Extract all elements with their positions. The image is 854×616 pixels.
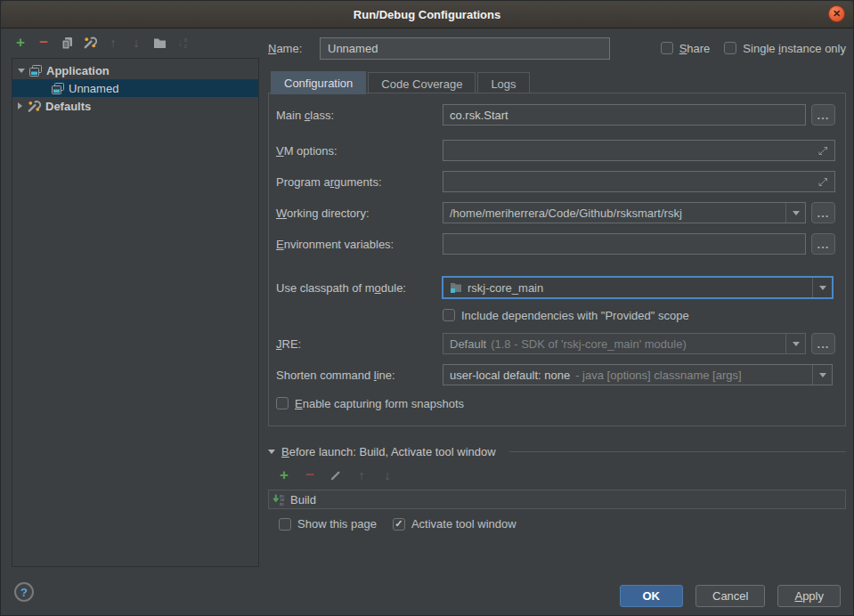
pencil-icon (329, 469, 342, 482)
main-class-row: Main class: co.rsk.Start ... (276, 103, 835, 126)
arrow-down-icon: ↓ (385, 468, 391, 482)
dropdown-button[interactable] (812, 365, 832, 385)
close-button[interactable]: ✕ (828, 5, 845, 22)
vm-options-field[interactable] (443, 140, 835, 161)
shorten-command-line-combo[interactable]: user-local default: none- java [options]… (443, 364, 833, 385)
tree-item-application[interactable]: Application (12, 61, 258, 79)
configurations-toolbar: + − ↑ ↓ ↓az (13, 35, 190, 51)
chevron-down-icon[interactable] (268, 450, 275, 454)
configuration-panel: Main class: co.rsk.Start ... VM options:… (268, 93, 846, 426)
remove-task-button[interactable]: − (303, 468, 317, 482)
main-class-browse-button[interactable]: ... (811, 104, 835, 126)
dialog-buttons: OK Cancel Apply (620, 585, 842, 607)
dropdown-button[interactable] (785, 334, 805, 353)
program-arguments-field[interactable] (443, 171, 835, 192)
help-button[interactable]: ? (14, 582, 34, 602)
enable-capturing-option[interactable]: Enable capturing form snapshots (276, 397, 464, 410)
move-up-button[interactable]: ↑ (106, 36, 120, 50)
environment-variables-field[interactable] (443, 233, 806, 255)
title-bar[interactable]: Run/Debug Configurations ✕ (1, 1, 853, 28)
include-provided-option[interactable]: Include dependencies with "Provided" sco… (443, 309, 689, 322)
jre-browse-button[interactable]: ... (811, 333, 835, 354)
before-launch-header[interactable]: Before launch: Build, Activate tool wind… (268, 443, 846, 459)
ok-button[interactable]: OK (620, 585, 684, 607)
ellipsis-icon: ... (817, 207, 830, 220)
run-debug-configurations-dialog: Run/Debug Configurations ✕ + − ↑ ↓ (0, 0, 854, 616)
dropdown-button[interactable] (812, 278, 832, 297)
chevron-right-icon[interactable] (18, 102, 22, 109)
tree-item-label: Application (46, 64, 110, 77)
tab-code-coverage[interactable]: Code Coverage (368, 72, 476, 94)
main-class-label: Main class: (276, 109, 443, 122)
ellipsis-icon: ... (817, 337, 830, 351)
jre-row: JRE: Default(1.8 - SDK of 'rskj-core_mai… (276, 332, 835, 355)
tree-item-label: Defaults (45, 100, 91, 113)
minus-icon: − (305, 466, 314, 484)
working-directory-browse-button[interactable]: ... (811, 202, 835, 223)
expand-field-icon[interactable] (818, 177, 828, 187)
show-this-page-checkbox[interactable] (279, 518, 291, 531)
working-directory-row: Working directory: /home/meriherrera/Cod… (276, 201, 835, 224)
close-icon: ✕ (833, 9, 841, 19)
chevron-down-icon (793, 211, 800, 215)
tab-logs[interactable]: Logs (477, 72, 529, 94)
create-folder-button[interactable] (152, 36, 167, 50)
plus-icon: + (280, 466, 289, 484)
activate-tool-window-checkbox[interactable] (393, 518, 405, 531)
chevron-down-icon (793, 342, 800, 346)
working-directory-label: Working directory: (276, 207, 443, 220)
main-class-field[interactable]: co.rsk.Start (443, 104, 806, 126)
vm-options-row: VM options: (276, 139, 835, 162)
cancel-button[interactable]: Cancel (695, 585, 765, 607)
chevron-down-icon[interactable] (18, 69, 25, 73)
settings-wrench-icon (83, 36, 97, 50)
single-instance-option[interactable]: Single instance only (724, 42, 846, 55)
expand-field-icon[interactable] (818, 146, 828, 156)
window-title: Run/Debug Configurations (354, 8, 500, 21)
environment-variables-browse-button[interactable]: ... (811, 233, 835, 255)
use-classpath-label: Use classpath of module: (276, 281, 443, 295)
minus-icon: − (39, 34, 48, 52)
name-row: Name: Share Single instance only (268, 36, 846, 60)
move-task-up-button[interactable]: ↑ (354, 468, 369, 482)
include-provided-label: Include dependencies with "Provided" sco… (461, 309, 689, 322)
ellipsis-icon: ... (817, 109, 830, 122)
tree-item-defaults[interactable]: Defaults (12, 97, 258, 115)
before-launch-task-build[interactable]: 01 10 01 Build (268, 490, 846, 509)
jre-combo[interactable]: Default(1.8 - SDK of 'rskj-core_main' mo… (443, 333, 806, 354)
working-directory-combo[interactable]: /home/meriherrera/Code/Github/rsksmart/r… (443, 202, 806, 223)
move-task-down-button[interactable]: ↓ (380, 468, 394, 482)
tab-bar: Configuration Code Coverage Logs (271, 71, 532, 94)
before-launch-toolbar: + − ↑ ↓ (268, 467, 846, 483)
shorten-command-line-row: Shorten command line: user-local default… (276, 363, 835, 386)
application-icon (52, 83, 64, 94)
tree-item-unnamed[interactable]: Unnamed (12, 79, 258, 97)
use-classpath-combo[interactable]: rskj-core_main (443, 277, 833, 298)
plus-icon: + (16, 34, 25, 52)
dropdown-button[interactable] (785, 203, 805, 223)
move-down-button[interactable]: ↓ (129, 36, 143, 50)
add-task-button[interactable]: + (277, 468, 291, 482)
configurations-tree: Application Unnamed Defaults (12, 58, 259, 567)
arrow-up-icon: ↑ (110, 36, 117, 50)
activate-tool-window-option[interactable]: Activate tool window (393, 517, 516, 531)
apply-button[interactable]: Apply (777, 585, 841, 607)
share-option[interactable]: Share (661, 42, 711, 55)
separator (509, 451, 846, 452)
add-configuration-button[interactable]: + (13, 36, 28, 50)
sort-configurations-button[interactable]: ↓az (175, 36, 190, 50)
enable-capturing-row: Enable capturing form snapshots (276, 395, 835, 411)
tab-configuration[interactable]: Configuration (271, 71, 366, 94)
edit-defaults-button[interactable] (83, 36, 97, 50)
copy-configuration-button[interactable] (60, 36, 74, 50)
name-input[interactable] (320, 37, 610, 60)
share-checkbox[interactable] (661, 42, 673, 54)
single-instance-checkbox[interactable] (724, 42, 736, 54)
arrow-up-icon: ↑ (359, 468, 365, 482)
jre-label: JRE: (276, 337, 443, 351)
include-provided-checkbox[interactable] (443, 309, 455, 321)
edit-task-button[interactable] (329, 468, 343, 482)
enable-capturing-checkbox[interactable] (276, 397, 289, 409)
remove-configuration-button[interactable]: − (37, 36, 51, 50)
show-this-page-option[interactable]: Show this page (279, 517, 377, 531)
